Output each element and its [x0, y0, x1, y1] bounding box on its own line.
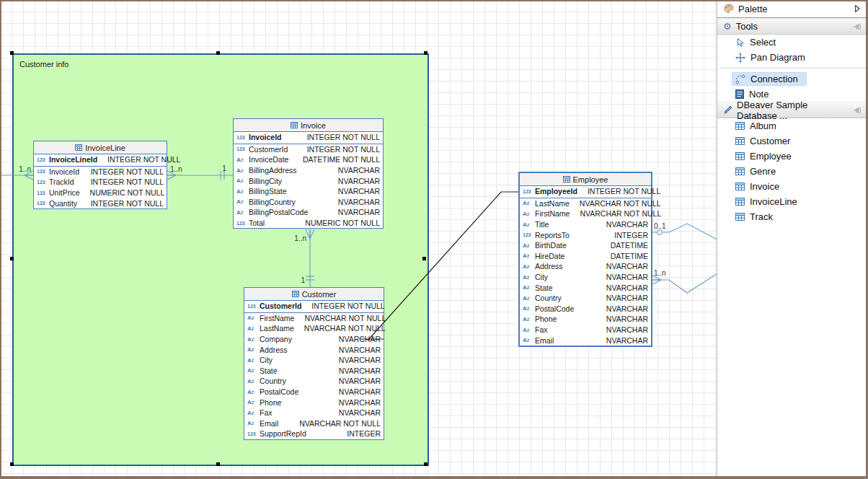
column-row-state[interactable]: AZStateNVARCHAR [244, 366, 384, 377]
table-icon [735, 152, 745, 160]
column-row-country[interactable]: AZCountryNVARCHAR [520, 293, 651, 304]
column-row-reportsto[interactable]: 123ReportsToINTEGER [520, 229, 651, 240]
palette-item-label: InvoiceLine [750, 196, 797, 207]
column-row-address[interactable]: AZAddressNVARCHAR [244, 344, 384, 355]
column-row-fax[interactable]: AZFaxNVARCHAR [244, 408, 384, 418]
column-row-invoicedate[interactable]: AZInvoiceDateDATETIME NOT NULL [234, 154, 383, 165]
column-row-city[interactable]: AZCityNVARCHAR [520, 272, 651, 283]
column-row-company[interactable]: AZCompanyNVARCHAR [244, 334, 384, 345]
column-name: State [260, 366, 278, 375]
entity-table-title: Invoice [301, 121, 326, 130]
selection-handle[interactable] [424, 51, 428, 55]
numeric-icon: 123 [523, 189, 535, 194]
palette-item-customer[interactable]: Customer [717, 133, 868, 149]
column-row-billingcountry[interactable]: AZBillingCountryNVARCHAR [234, 197, 383, 208]
column-row-employeeid[interactable]: 123EmployeeIdINTEGER NOT NULL [520, 186, 651, 198]
palette-title: Palette [738, 4, 767, 14]
palette-item-employee[interactable]: Employee [717, 149, 868, 164]
column-row-billingpostalcode[interactable]: AZBillingPostalCodeNVARCHAR [234, 207, 383, 218]
selection-handle[interactable] [216, 462, 220, 466]
column-name: Email [535, 336, 554, 345]
column-row-invoiceid[interactable]: 123InvoiceIdINTEGER NOT NULL [34, 167, 167, 177]
column-row-phone[interactable]: AZPhoneNVARCHAR [520, 314, 651, 325]
column-row-invoiceid[interactable]: 123InvoiceIdINTEGER NOT NULL [234, 132, 383, 144]
selection-handle[interactable] [216, 51, 220, 55]
column-row-lastname[interactable]: AZLastNameNVARCHAR NOT NULL [520, 198, 651, 209]
column-type: NVARCHAR [339, 335, 381, 343]
column-row-invoicelineid[interactable]: 123InvoiceLineIdINTEGER NOT NULL [34, 154, 167, 167]
entity-table-header[interactable]: Customer [244, 288, 384, 301]
selection-handle[interactable] [10, 257, 14, 260]
entity-table-header[interactable]: Invoice [234, 119, 383, 132]
column-name: Fax [535, 325, 548, 334]
pin-icon[interactable] [854, 23, 862, 30]
selection-handle[interactable] [424, 462, 428, 466]
numeric-icon: 123 [37, 190, 49, 195]
entity-table-invoiceline[interactable]: InvoiceLine123InvoiceLineIdINTEGER NOT N… [33, 141, 167, 209]
column-row-firstname[interactable]: AZFirstNameNVARCHAR NOT NULL [520, 208, 651, 219]
selection-handle[interactable] [10, 51, 14, 55]
column-type: INTEGER NOT NULL [91, 199, 164, 208]
entity-table-invoice[interactable]: Invoice123InvoiceIdINTEGER NOT NULL123Cu… [233, 118, 384, 229]
diagram-canvas[interactable]: Customer info 1..n1..n11..n10..11..n Inv… [0, 0, 718, 479]
palette-item-connection[interactable]: Connection [717, 71, 868, 87]
column-row-city[interactable]: AZCityNVARCHAR [244, 355, 384, 366]
entity-table-header[interactable]: Employee [520, 173, 651, 186]
palette-item-pan-diagram[interactable]: Pan Diagram [717, 50, 868, 65]
column-name: BillingCity [249, 177, 282, 185]
column-row-hiredate[interactable]: AZHireDateDATETIME [520, 251, 651, 262]
palette-header[interactable]: Palette [717, 0, 868, 18]
palette-item-invoiceline[interactable]: InvoiceLine [717, 194, 868, 209]
text-icon: AZ [523, 211, 535, 217]
palette-item-invoice[interactable]: Invoice [717, 179, 868, 194]
collapse-right-icon[interactable] [854, 4, 861, 13]
column-name: Address [535, 262, 563, 271]
palette-item-select[interactable]: Select [717, 35, 868, 50]
column-row-billingstate[interactable]: AZBillingStateNVARCHAR [234, 186, 383, 197]
text-icon: AZ [236, 209, 249, 216]
entity-table-header[interactable]: InvoiceLine [34, 141, 167, 154]
column-row-firstname[interactable]: AZFirstNameNVARCHAR NOT NULL [244, 313, 384, 324]
column-row-customerid[interactable]: 123CustomerIdINTEGER NOT NULL [234, 144, 383, 155]
column-name: PostalCode [260, 387, 298, 396]
column-row-email[interactable]: AZEmailNVARCHAR NOT NULL [244, 418, 384, 429]
column-row-quantity[interactable]: 123QuantityINTEGER NOT NULL [34, 198, 167, 208]
column-row-state[interactable]: AZStateNVARCHAR [520, 282, 651, 293]
palette-section-tools[interactable]: ⚙Tools [717, 18, 868, 35]
palette-item-label: Genre [750, 166, 776, 177]
palette-item-label: Note [749, 89, 769, 100]
column-name: LastName [260, 324, 294, 333]
palette-item-genre[interactable]: Genre [717, 164, 868, 179]
column-row-customerid[interactable]: 123CustomerIdINTEGER NOT NULL [244, 301, 384, 313]
entity-table-employee[interactable]: Employee123EmployeeIdINTEGER NOT NULLAZL… [518, 172, 652, 347]
column-row-country[interactable]: AZCountryNVARCHAR [244, 376, 384, 387]
column-row-billingaddress[interactable]: AZBillingAddressNVARCHAR [234, 165, 383, 176]
selection-handle[interactable] [422, 257, 426, 260]
column-row-unitprice[interactable]: 123UnitPriceNUMERIC NOT NULL [34, 188, 167, 198]
crow-foot-icon [652, 276, 661, 284]
column-row-title[interactable]: AZTitleNVARCHAR [520, 219, 651, 230]
column-row-postalcode[interactable]: AZPostalCodeNVARCHAR [244, 387, 384, 397]
column-row-lastname[interactable]: AZLastNameNVARCHAR NOT NULL [244, 323, 384, 334]
text-icon: AZ [247, 346, 260, 353]
column-row-trackid[interactable]: 123TrackIdINTEGER NOT NULL [34, 177, 167, 188]
column-row-birthdate[interactable]: AZBirthDateDATETIME [520, 240, 651, 251]
column-row-fax[interactable]: AZFaxNVARCHAR [520, 325, 651, 335]
connection-employee-self[interactable]: 0..11..n [652, 222, 719, 293]
column-row-billingcity[interactable]: AZBillingCityNVARCHAR [234, 175, 383, 186]
column-row-postalcode[interactable]: AZPostalCodeNVARCHAR [520, 304, 651, 315]
column-row-address[interactable]: AZAddressNVARCHAR [520, 261, 651, 272]
pin-icon[interactable] [854, 107, 862, 114]
pan-icon [735, 53, 745, 63]
entity-table-customer[interactable]: Customer123CustomerIdINTEGER NOT NULLAZF… [244, 287, 384, 440]
column-name: BillingAddress [249, 166, 297, 175]
column-row-phone[interactable]: AZPhoneNVARCHAR [244, 397, 384, 408]
column-row-supportrepid[interactable]: 123SupportRepIdINTEGER [244, 429, 384, 439]
palette-item-track[interactable]: Track [717, 209, 868, 224]
column-row-email[interactable]: AZEmailNVARCHAR [520, 335, 651, 346]
column-type: NVARCHAR NOT NULL [304, 314, 386, 322]
selection-handle[interactable] [10, 462, 14, 466]
palette-section-entities[interactable]: DBeaver Sample Database ... [717, 102, 868, 118]
column-row-total[interactable]: 123TotalNUMERIC NOT NULL [234, 218, 383, 229]
palette-panel[interactable]: Palette ⚙ToolsSelectPan DiagramConnectio… [717, 0, 868, 479]
